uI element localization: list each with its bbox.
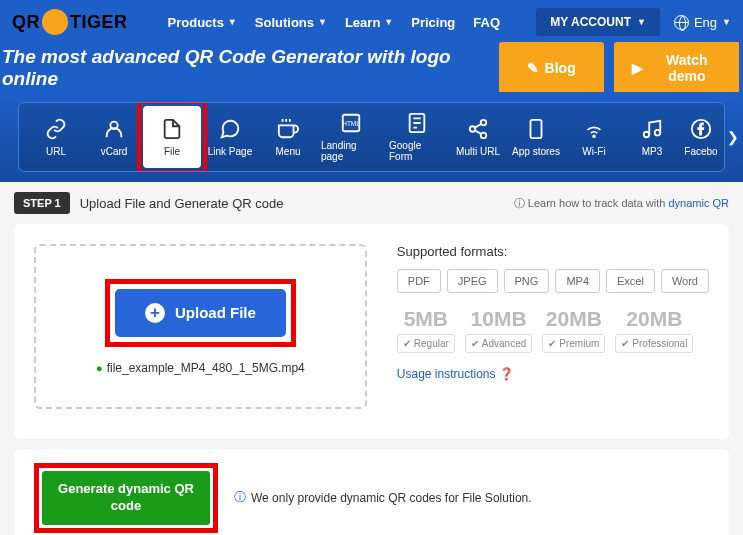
hero-bar: The most advanced QR Code Generator with… (0, 44, 743, 92)
watch-demo-button[interactable]: ▶Watch demo (614, 42, 739, 94)
play-icon: ▶ (632, 60, 643, 76)
usage-instructions-link[interactable]: Usage instructions ❓ (397, 367, 709, 381)
tabs-inner: URL vCard File Link Page Menu HTMLLandin… (18, 102, 725, 172)
hero-buttons: ✎Blog ▶Watch demo (499, 42, 739, 94)
svg-text:HTML: HTML (342, 120, 360, 127)
phone-icon (525, 118, 547, 140)
html-icon: HTML (340, 112, 362, 134)
format-info: Supported formats: PDF JPEG PNG MP4 Exce… (397, 244, 709, 409)
svg-point-19 (655, 129, 661, 135)
highlight-box (137, 102, 207, 172)
chat-icon (219, 118, 241, 140)
format-list: PDF JPEG PNG MP4 Excel Word (397, 269, 709, 293)
size-tiers: 5MB✔Regular 10MB✔Advanced 20MB✔Premium 2… (397, 307, 709, 353)
tab-wifi[interactable]: Wi-Fi (565, 106, 623, 168)
nav-solutions[interactable]: Solutions▼ (255, 15, 327, 30)
tiger-icon (42, 9, 68, 35)
wifi-icon (583, 118, 605, 140)
main-nav: Products▼ Solutions▼ Learn▼ Pricing FAQ (168, 15, 501, 30)
help-icon: ❓ (499, 367, 514, 381)
svg-point-17 (593, 135, 595, 137)
facebook-icon (690, 118, 712, 140)
nav-learn[interactable]: Learn▼ (345, 15, 393, 30)
tier-premium: 20MB✔Premium (542, 307, 605, 353)
upload-file-button[interactable]: + Upload File (115, 289, 286, 337)
dynamic-qr-link[interactable]: dynamic QR (668, 197, 729, 209)
supported-title: Supported formats: (397, 244, 709, 259)
chevron-down-icon: ▼ (637, 17, 646, 27)
fmt-pdf[interactable]: PDF (397, 269, 441, 293)
tier-professional: 20MB✔Professional (615, 307, 693, 353)
qr-type-tabs: URL vCard File Link Page Menu HTMLLandin… (0, 92, 743, 182)
logo[interactable]: QR TIGER (12, 9, 128, 35)
svg-point-11 (470, 126, 476, 132)
nav-products[interactable]: Products▼ (168, 15, 237, 30)
link-icon (45, 118, 67, 140)
check-icon: ✔ (621, 338, 629, 349)
cup-icon (277, 118, 299, 140)
globe-icon (674, 15, 689, 30)
file-dropzone[interactable]: + Upload File ● file_example_MP4_480_1_5… (34, 244, 367, 409)
check-icon: ✔ (471, 338, 479, 349)
tab-googleform[interactable]: Google Form (385, 106, 449, 168)
content-area: STEP 1 Upload File and Generate QR code … (0, 182, 743, 535)
svg-point-10 (481, 119, 487, 125)
highlight-box: Generate dynamic QR code (34, 463, 218, 533)
my-account-button[interactable]: MY ACCOUNT▼ (536, 8, 660, 36)
tab-appstores[interactable]: App stores (507, 106, 565, 168)
tab-mp3[interactable]: MP3 (623, 106, 681, 168)
topbar: QR TIGER Products▼ Solutions▼ Learn▼ Pri… (0, 0, 743, 44)
info-icon: ⓘ (234, 489, 246, 506)
plus-icon: + (145, 303, 165, 323)
tab-landing[interactable]: HTMLLanding page (317, 106, 385, 168)
chevron-down-icon: ▼ (318, 17, 327, 27)
check-icon: ✔ (403, 338, 411, 349)
logo-post: TIGER (70, 12, 128, 33)
svg-point-12 (481, 132, 487, 138)
info-icon: ⓘ (514, 197, 528, 209)
tab-multiurl[interactable]: Multi URL (449, 106, 507, 168)
svg-line-13 (475, 123, 481, 127)
edit-icon: ✎ (527, 60, 539, 76)
tab-facebook[interactable]: Facebo (681, 106, 721, 168)
fmt-png[interactable]: PNG (504, 269, 550, 293)
uploaded-filename: ● file_example_MP4_480_1_5MG.mp4 (96, 361, 305, 375)
fmt-word[interactable]: Word (661, 269, 709, 293)
generate-info: ⓘ We only provide dynamic QR codes for F… (234, 489, 532, 506)
highlight-box: + Upload File (105, 279, 296, 347)
language-selector[interactable]: Eng ▼ (674, 15, 731, 30)
music-icon (641, 118, 663, 140)
share-icon (467, 118, 489, 140)
step-header: STEP 1 Upload File and Generate QR code … (14, 192, 729, 214)
nav-faq[interactable]: FAQ (473, 15, 500, 30)
chevron-down-icon: ▼ (228, 17, 237, 27)
tab-url[interactable]: URL (27, 106, 85, 168)
step-text: Upload File and Generate QR code (80, 196, 284, 211)
form-icon (406, 112, 428, 134)
check-icon: ✔ (548, 338, 556, 349)
check-icon: ● (96, 362, 103, 374)
upload-panel: + Upload File ● file_example_MP4_480_1_5… (14, 224, 729, 439)
chevron-down-icon: ▼ (384, 17, 393, 27)
generate-qr-button[interactable]: Generate dynamic QR code (42, 471, 210, 525)
tab-file[interactable]: File (143, 106, 201, 168)
user-icon (103, 118, 125, 140)
tabs-next-arrow[interactable]: ❯ (727, 129, 739, 145)
generate-panel: Generate dynamic QR code ⓘ We only provi… (14, 449, 729, 535)
svg-point-18 (644, 131, 650, 137)
chevron-down-icon: ▼ (722, 17, 731, 27)
svg-line-14 (475, 130, 481, 134)
tab-linkpage[interactable]: Link Page (201, 106, 259, 168)
fmt-jpeg[interactable]: JPEG (447, 269, 498, 293)
fmt-mp4[interactable]: MP4 (555, 269, 600, 293)
nav-pricing[interactable]: Pricing (411, 15, 455, 30)
logo-pre: QR (12, 12, 40, 33)
tab-menu[interactable]: Menu (259, 106, 317, 168)
tier-advanced: 10MB✔Advanced (465, 307, 532, 353)
blog-button[interactable]: ✎Blog (499, 42, 604, 94)
hero-title: The most advanced QR Code Generator with… (0, 46, 499, 90)
svg-rect-15 (531, 119, 542, 137)
tab-vcard[interactable]: vCard (85, 106, 143, 168)
step-badge: STEP 1 (14, 192, 70, 214)
fmt-excel[interactable]: Excel (606, 269, 655, 293)
